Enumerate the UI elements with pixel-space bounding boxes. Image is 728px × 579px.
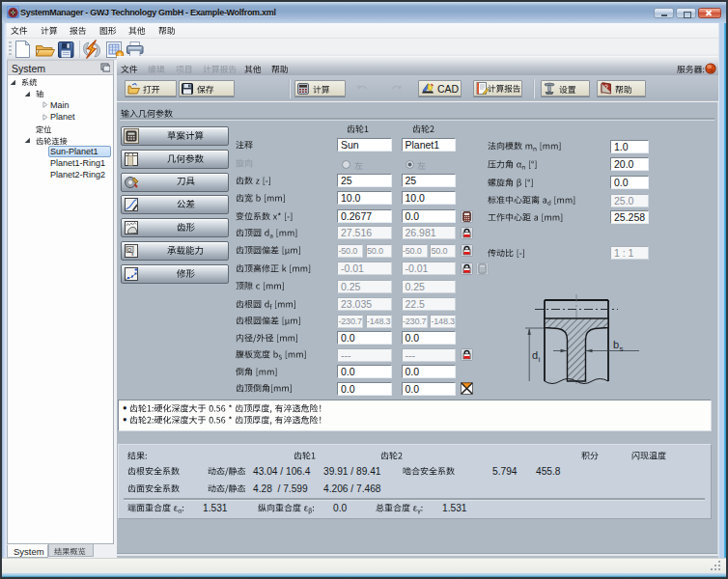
svg-text:s: s xyxy=(620,345,624,353)
svg-text:d: d xyxy=(532,349,538,361)
svg-text:b: b xyxy=(613,339,619,350)
svg-text:i: i xyxy=(539,355,541,364)
